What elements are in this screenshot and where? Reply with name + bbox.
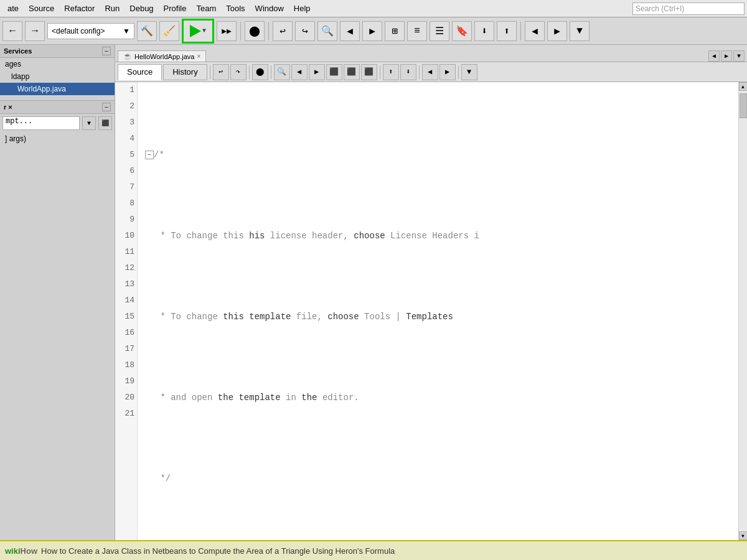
scroll-down-btn[interactable]: ▼ — [739, 531, 748, 540]
hammer-icon[interactable]: 🔨 — [137, 21, 157, 41]
back-button[interactable]: ← — [2, 21, 22, 41]
forward-button[interactable]: → — [25, 21, 45, 41]
wikihow-wiki-label: wiki — [5, 546, 21, 556]
wikihow-bar: wiki How How to Create a Java Class in N… — [0, 540, 747, 560]
bottom-input-area: mpt... ▼ ⬛ — [0, 114, 115, 133]
tab-bar: ☕ HelloWorldApp.java × ◀ ▶ ▼ — [115, 45, 747, 62]
bookmark-icon[interactable]: 🔖 — [452, 21, 472, 41]
stb-btn11[interactable]: ⬇ — [400, 64, 416, 80]
stb-btn7[interactable]: ⬛ — [326, 64, 342, 80]
file-tab-helloworldapp[interactable]: ☕ HelloWorldApp.java × — [118, 50, 206, 62]
stb-btn2[interactable]: ↷ — [230, 64, 247, 80]
undo-icon[interactable]: ↩ — [273, 21, 293, 41]
stb-btn12[interactable]: ◀ — [422, 64, 438, 80]
diff-icon[interactable]: ≡ — [407, 21, 427, 41]
source-toolbar: Source History ↩ ↷ ⬤ 🔍 ◀ ▶ ⬛ ⬛ ⬛ ⬆ ⬇ ◀ ▶… — [115, 62, 747, 82]
nav2-icon[interactable]: ▶ — [362, 21, 382, 41]
code-editor[interactable]: 12345 678910 1112131415 1617181920 21 − … — [115, 82, 747, 540]
menu-window[interactable]: Window — [250, 2, 289, 14]
sidebar-title: Services — [4, 47, 32, 55]
clean-icon[interactable]: 🧹 — [159, 21, 179, 41]
menu-ate[interactable]: ate — [2, 2, 24, 14]
menu-bar: ate Source Refactor Run Debug Profile Te… — [0, 0, 747, 17]
menu-debug[interactable]: Debug — [125, 2, 158, 14]
sidebar-args[interactable]: ] args) — [0, 133, 115, 145]
editor-scrollbar[interactable]: ▲ ▼ — [738, 82, 747, 540]
editor-area: ☕ HelloWorldApp.java × ◀ ▶ ▼ Source Hist… — [115, 45, 747, 540]
bookmark2-icon[interactable]: ⬇ — [474, 21, 494, 41]
code-line-3: * To change this template file, choose T… — [138, 309, 738, 325]
clear-btn[interactable]: ⬛ — [98, 116, 112, 130]
separator2 — [268, 22, 269, 40]
code-lines: − /* * To change this his license header… — [138, 82, 738, 540]
sidebar: Services − ages ldapp WorldApp.java r × … — [0, 45, 115, 540]
stb-btn1[interactable]: ↩ — [213, 64, 229, 80]
stb-btn13[interactable]: ▶ — [439, 64, 456, 80]
history-icon[interactable]: ⊞ — [385, 21, 405, 41]
input-dropdown-btn[interactable]: ▼ — [82, 116, 96, 130]
nav1-icon[interactable]: ◀ — [340, 21, 360, 41]
scrollbar-track[interactable] — [739, 91, 748, 531]
code-line-1: − /* — [138, 147, 738, 163]
wikihow-text[interactable]: How to Create a Java Class in Netbeans t… — [41, 546, 395, 556]
menu-tools[interactable]: Tools — [221, 2, 250, 14]
tab-close-btn[interactable]: × — [197, 53, 200, 60]
profile-icon[interactable]: ⬤ — [245, 21, 265, 41]
tab-history[interactable]: History — [163, 64, 207, 80]
menu-run[interactable]: Run — [100, 2, 125, 14]
bookmark3-icon[interactable]: ⬆ — [497, 21, 517, 41]
stb-btn14[interactable]: ▼ — [461, 64, 477, 80]
run-button[interactable]: ▼ — [182, 19, 214, 44]
menu-source[interactable]: Source — [24, 2, 59, 14]
toolbar: ← → <default config> ▼ 🔨 🧹 ▼ ▶▶ ⬤ ↩ ↪ 🔍 … — [0, 17, 747, 45]
left-icon[interactable]: ◀ — [525, 21, 545, 41]
line-numbers: 12345 678910 1112131415 1617181920 21 — [115, 82, 138, 540]
wikihow-how-label: How — [21, 546, 37, 556]
find-icon[interactable]: 🔍 — [317, 21, 337, 41]
tab-source[interactable]: Source — [118, 64, 162, 80]
menu-help[interactable]: Help — [289, 2, 316, 14]
sidebar-item-ldapp[interactable]: ldapp — [0, 70, 115, 83]
menu-team[interactable]: Team — [191, 2, 221, 14]
main-layout: Services − ages ldapp WorldApp.java r × … — [0, 45, 747, 540]
sidebar-collapse-btn[interactable]: − — [102, 47, 111, 55]
stb-btn9[interactable]: ⬛ — [361, 64, 377, 80]
redo-icon[interactable]: ↪ — [295, 21, 315, 41]
sidebar-item-ages[interactable]: ages — [0, 58, 115, 70]
code-content: − /* * To change this his license header… — [138, 82, 738, 540]
code-line-2: * To change this his license header, cho… — [138, 228, 738, 244]
more-icon[interactable]: ▼ — [570, 21, 590, 41]
annotate-icon[interactable]: ☰ — [430, 21, 449, 41]
stb-btn3[interactable]: ⬤ — [252, 64, 268, 80]
panel2-collapse-btn[interactable]: − — [102, 103, 111, 111]
scrollbar-thumb[interactable] — [740, 93, 747, 118]
menu-profile[interactable]: Profile — [159, 2, 192, 14]
debug-run-icon[interactable]: ▶▶ — [217, 21, 237, 41]
right-icon[interactable]: ▶ — [547, 21, 567, 41]
scroll-up-btn[interactable]: ▲ — [739, 82, 748, 91]
stb-btn4[interactable]: 🔍 — [274, 64, 290, 80]
sidebar-item-worldapp[interactable]: WorldApp.java — [0, 83, 115, 95]
stb-btn8[interactable]: ⬛ — [344, 64, 360, 80]
separator — [240, 22, 241, 40]
sidebar-panel2: r × − mpt... ▼ ⬛ ] args) — [0, 100, 115, 145]
sidebar-panel2-header: r × − — [0, 101, 115, 114]
code-line-5: */ — [138, 470, 738, 487]
fold-1[interactable]: − — [145, 151, 154, 159]
config-dropdown[interactable]: <default config> ▼ — [47, 23, 134, 39]
prompt-input[interactable]: mpt... — [2, 116, 80, 130]
file-tab-label: HelloWorldApp.java — [134, 53, 194, 60]
dropdown-arrow-icon: ▼ — [123, 27, 130, 35]
search-input[interactable]: Search (Ctrl+I) — [632, 2, 745, 15]
play-icon — [190, 25, 201, 37]
tab-nav-right[interactable]: ▶ — [721, 50, 732, 62]
separator3 — [520, 22, 521, 40]
stb-btn5[interactable]: ◀ — [291, 64, 308, 80]
stb-btn6[interactable]: ▶ — [309, 64, 325, 80]
code-line-4: * and open the template in the editor. — [138, 390, 738, 406]
menu-refactor[interactable]: Refactor — [59, 2, 100, 14]
sidebar-header: Services − — [0, 45, 115, 58]
tab-nav-dropdown[interactable]: ▼ — [733, 50, 745, 62]
stb-btn10[interactable]: ⬆ — [383, 64, 399, 80]
tab-nav-left[interactable]: ◀ — [708, 50, 720, 62]
